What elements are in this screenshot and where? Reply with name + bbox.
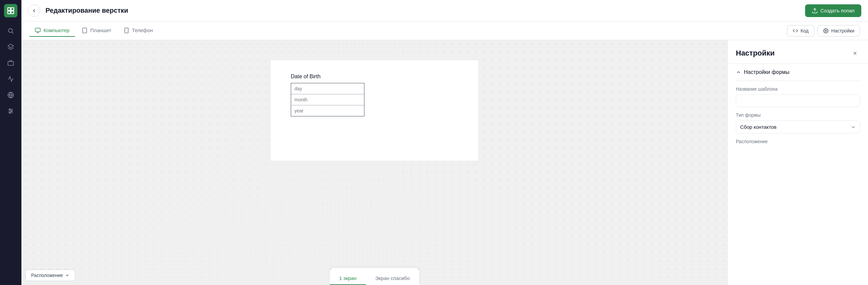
layout-field: Расположение	[736, 139, 860, 144]
form-type-field: Тип формы Сбор контактов Обратная связь …	[736, 113, 860, 133]
svg-point-15	[9, 112, 10, 113]
code-button-label: Код	[801, 28, 809, 33]
toolbar: Компьютер Планшет Телефон	[22, 22, 868, 40]
view-tabs: Компьютер Планшет Телефон	[29, 25, 158, 37]
screen-tab-1[interactable]: 1 экран	[330, 272, 366, 285]
year-input[interactable]	[291, 105, 364, 116]
sidebar	[0, 0, 22, 285]
form-preview: Date of Birth	[271, 60, 478, 161]
create-popup-button[interactable]: Создать попап	[805, 4, 861, 17]
canvas[interactable]: Date of Birth 1 экран Экран спасибо Расп…	[22, 40, 727, 285]
form-type-select-wrapper: Сбор контактов Обратная связь Регистраци…	[736, 120, 860, 133]
globe-icon[interactable]	[4, 88, 18, 102]
layout-label: Расположение	[736, 139, 860, 144]
settings-section-title: Настройки формы	[744, 69, 789, 75]
template-name-label: Название шаблона	[736, 86, 860, 92]
settings-panel-title: Настройки	[736, 49, 775, 58]
date-input-group	[291, 83, 364, 117]
screen-tab-thanks[interactable]: Экран спасибо	[366, 272, 419, 285]
tab-computer[interactable]: Компьютер	[29, 25, 75, 37]
settings-button[interactable]: Настройки	[817, 25, 860, 36]
svg-point-4	[8, 28, 12, 32]
chart-icon[interactable]	[4, 72, 18, 86]
svg-point-23	[825, 30, 827, 31]
tab-phone[interactable]: Телефон	[118, 25, 158, 37]
svg-point-14	[11, 110, 12, 112]
settings-header: Настройки ×	[728, 40, 868, 64]
tab-phone-label: Телефон	[132, 27, 153, 33]
chevron-down-icon	[65, 273, 70, 278]
toolbar-actions: Код Настройки	[787, 25, 860, 36]
back-button[interactable]	[28, 5, 40, 17]
svg-point-13	[9, 109, 10, 110]
tab-tablet-label: Планшет	[90, 27, 112, 33]
form-field-label: Date of Birth	[291, 73, 320, 80]
sliders-icon[interactable]	[4, 104, 18, 118]
form-type-select[interactable]: Сбор контактов Обратная связь Регистраци…	[736, 120, 860, 133]
template-name-input[interactable]	[736, 94, 860, 107]
code-button[interactable]: Код	[787, 25, 814, 36]
svg-rect-20	[83, 28, 87, 33]
search-icon[interactable]	[4, 24, 18, 37]
screen-tab-1-label: 1 экран	[339, 275, 357, 281]
template-name-field: Название шаблона	[736, 86, 860, 107]
settings-panel: Настройки × Настройки формы Название шаб…	[727, 40, 868, 285]
layout-button[interactable]: Расположение	[25, 270, 75, 281]
svg-rect-3	[11, 11, 14, 14]
svg-marker-6	[8, 44, 14, 48]
tab-computer-label: Компьютер	[43, 27, 70, 33]
briefcase-icon[interactable]	[4, 56, 18, 70]
month-input[interactable]	[291, 94, 364, 105]
page-title: Редактирование верстки	[45, 7, 800, 14]
layout-button-label: Расположение	[31, 273, 63, 278]
settings-button-label: Настройки	[831, 28, 854, 33]
chevron-up-icon	[736, 70, 741, 75]
main-content: Редактирование верстки Создать попап Ком…	[22, 0, 868, 285]
create-popup-label: Создать попап	[820, 8, 855, 13]
svg-line-5	[12, 32, 14, 34]
close-icon: ×	[853, 50, 857, 57]
settings-section-form: Настройки формы Название шаблона Тип фор…	[728, 64, 868, 152]
svg-rect-17	[35, 28, 40, 32]
logo[interactable]	[4, 4, 18, 18]
day-input[interactable]	[291, 83, 364, 94]
content-area: Date of Birth 1 экран Экран спасибо Расп…	[22, 40, 868, 285]
settings-section-toggle[interactable]: Настройки формы	[736, 69, 860, 81]
svg-rect-2	[8, 11, 10, 14]
header: Редактирование верстки Создать попап	[22, 0, 868, 22]
svg-rect-1	[11, 8, 14, 10]
layers-icon[interactable]	[4, 40, 18, 54]
screen-tabs: 1 экран Экран спасибо	[330, 268, 419, 285]
svg-rect-7	[8, 62, 14, 66]
svg-rect-0	[8, 8, 10, 10]
form-type-label: Тип формы	[736, 113, 860, 118]
screen-tab-thanks-label: Экран спасибо	[375, 275, 410, 281]
tab-tablet[interactable]: Планшет	[76, 25, 117, 37]
settings-close-button[interactable]: ×	[850, 48, 860, 58]
